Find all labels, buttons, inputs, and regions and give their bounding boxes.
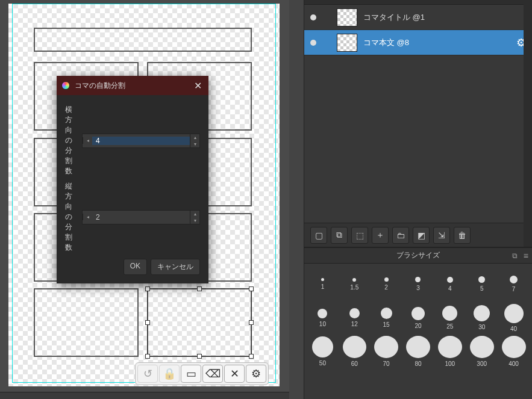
new-file-icon[interactable]: ⬚ bbox=[351, 227, 368, 244]
popout-icon[interactable]: ⧉ bbox=[512, 252, 518, 260]
gutter bbox=[289, 0, 304, 399]
chevron-down-icon[interactable]: ▾ bbox=[190, 217, 199, 224]
brush-size-cell[interactable]: 12 bbox=[340, 302, 369, 333]
canvas-hscroll[interactable] bbox=[0, 392, 289, 399]
chevron-down-icon[interactable]: ▾ bbox=[190, 141, 199, 147]
visibility-toggle-icon[interactable] bbox=[310, 40, 316, 46]
panel-menu-icon[interactable]: ≡ bbox=[524, 251, 528, 261]
new-layer-icon[interactable]: ▢ bbox=[310, 227, 327, 244]
dialog-titlebar[interactable]: コマの自動分割 ✕ bbox=[57, 76, 208, 95]
brush-size-label: 25 bbox=[446, 323, 453, 330]
brush-dot-icon bbox=[412, 307, 425, 320]
chevron-left-icon[interactable]: ◂ bbox=[83, 137, 92, 144]
brush-size-cell[interactable]: 4 bbox=[435, 268, 465, 300]
brush-size-grid: 11.5234571012152025304050607080100300400 bbox=[304, 264, 532, 372]
lock-icon[interactable]: 🔒 bbox=[159, 365, 180, 383]
brush-dot-icon bbox=[478, 276, 485, 283]
delete-icon[interactable]: ✕ bbox=[224, 365, 245, 383]
brush-dot-icon bbox=[415, 277, 421, 282]
brush-dot-icon bbox=[504, 304, 524, 323]
brush-size-cell[interactable]: 40 bbox=[499, 302, 528, 333]
auto-split-dialog: コマの自動分割 ✕ 横方向の分割数 ◂ ▴▾ 縦方向の分割数 ◂ ▴▾ OK キ… bbox=[57, 76, 208, 283]
brush-size-cell[interactable]: 400 bbox=[499, 336, 528, 367]
add-effect-icon[interactable]: ＋ bbox=[372, 227, 389, 244]
brush-size-cell[interactable]: 1 bbox=[308, 268, 337, 300]
resize-handle[interactable] bbox=[197, 286, 202, 291]
brush-dot-icon bbox=[374, 336, 398, 358]
brush-dot-icon bbox=[381, 308, 392, 319]
brush-size-label: 60 bbox=[351, 360, 358, 367]
panel-frame[interactable] bbox=[34, 288, 139, 357]
panel-selection[interactable] bbox=[147, 288, 252, 357]
brush-dot-icon bbox=[318, 309, 327, 318]
brush-size-cell[interactable]: 15 bbox=[372, 302, 401, 333]
resize-handle[interactable] bbox=[249, 320, 254, 325]
brush-size-cell[interactable]: 60 bbox=[340, 336, 369, 367]
brush-size-cell[interactable]: 50 bbox=[308, 336, 337, 367]
merge-icon[interactable]: ⇲ bbox=[433, 227, 450, 244]
brush-size-cell[interactable]: 5 bbox=[467, 268, 496, 300]
layer-thumbnail[interactable] bbox=[337, 34, 357, 52]
app-logo-icon bbox=[61, 81, 70, 90]
brush-size-cell[interactable]: 3 bbox=[404, 268, 433, 300]
resize-handle[interactable] bbox=[249, 354, 254, 359]
brush-panel-header[interactable]: ブラシサイズ ⧉ ≡ bbox=[304, 248, 532, 264]
duplicate-layer-icon[interactable]: ⧉ bbox=[331, 227, 348, 244]
layer-row[interactable]: コマ本文 @8 ⚙ bbox=[304, 30, 532, 55]
close-icon[interactable]: ✕ bbox=[192, 80, 204, 91]
layer-thumbnail[interactable] bbox=[337, 8, 357, 26]
visibility-toggle-icon[interactable] bbox=[310, 14, 316, 20]
resize-handle[interactable] bbox=[145, 320, 150, 325]
rows-spinner[interactable]: ◂ ▴▾ bbox=[82, 134, 200, 148]
ok-button[interactable]: OK bbox=[124, 259, 147, 275]
brush-size-label: 15 bbox=[383, 321, 390, 328]
brush-size-cell[interactable]: 30 bbox=[467, 302, 496, 333]
brush-size-label: 4 bbox=[448, 285, 452, 292]
split-icon[interactable]: ▭ bbox=[181, 365, 201, 383]
chevron-up-icon[interactable]: ▴ bbox=[190, 134, 199, 141]
layers-panel: コマタイトル @1 コマ本文 @8 ⚙ ▢ ⧉ ⬚ ＋ 🗀 ◩ ⇲ 🗑 bbox=[304, 0, 532, 247]
brush-dot-icon bbox=[321, 278, 324, 281]
settings-icon[interactable]: ⚙ bbox=[246, 365, 266, 383]
brush-size-cell[interactable]: 80 bbox=[404, 336, 433, 367]
brush-size-cell[interactable]: 10 bbox=[308, 302, 337, 333]
brush-dot-icon bbox=[474, 305, 490, 321]
brush-dot-icon bbox=[406, 336, 430, 358]
layer-row[interactable]: コマタイトル @1 bbox=[304, 5, 532, 30]
brush-dot-icon bbox=[352, 278, 356, 282]
rows-input[interactable] bbox=[92, 137, 190, 145]
chevron-up-icon[interactable]: ▴ bbox=[190, 211, 199, 217]
brush-dot-icon bbox=[343, 336, 366, 358]
brush-size-label: 10 bbox=[319, 321, 326, 327]
resize-handle[interactable] bbox=[145, 286, 150, 291]
mask-icon[interactable]: ◩ bbox=[413, 227, 430, 244]
folder-icon[interactable]: 🗀 bbox=[392, 227, 409, 244]
layer-name[interactable]: コマ本文 @8 bbox=[363, 37, 510, 48]
brush-size-cell[interactable]: 2 bbox=[372, 268, 401, 300]
chevron-left-icon[interactable]: ◂ bbox=[83, 214, 92, 220]
brush-size-cell[interactable]: 25 bbox=[435, 302, 465, 333]
layers-tabs[interactable] bbox=[304, 0, 532, 5]
cols-spinner[interactable]: ◂ ▴▾ bbox=[82, 210, 200, 224]
undo-icon[interactable]: ↺ bbox=[137, 365, 158, 383]
brush-dot-icon bbox=[447, 277, 453, 283]
resize-handle[interactable] bbox=[145, 354, 150, 359]
brush-size-cell[interactable]: 100 bbox=[435, 336, 465, 367]
panel-header-frame[interactable] bbox=[34, 28, 252, 52]
rows-label: 横方向の分割数 bbox=[65, 105, 78, 176]
erase-icon[interactable]: ⌫ bbox=[202, 365, 223, 383]
trash-icon[interactable]: 🗑 bbox=[454, 227, 471, 244]
layer-name[interactable]: コマタイトル @1 bbox=[363, 12, 526, 23]
cols-input[interactable] bbox=[92, 213, 190, 221]
brush-size-cell[interactable]: 20 bbox=[404, 302, 433, 333]
layers-vscroll[interactable] bbox=[524, 0, 532, 247]
cancel-button[interactable]: キャンセル bbox=[151, 259, 200, 275]
brush-panel-title: ブラシサイズ bbox=[396, 250, 440, 261]
brush-size-cell[interactable]: 1.5 bbox=[340, 268, 369, 300]
brush-dot-icon bbox=[470, 336, 494, 358]
resize-handle[interactable] bbox=[249, 286, 254, 291]
resize-handle[interactable] bbox=[197, 354, 202, 359]
brush-size-cell[interactable]: 300 bbox=[467, 336, 496, 367]
brush-size-cell[interactable]: 70 bbox=[372, 336, 401, 367]
brush-size-cell[interactable]: 7 bbox=[499, 268, 528, 300]
